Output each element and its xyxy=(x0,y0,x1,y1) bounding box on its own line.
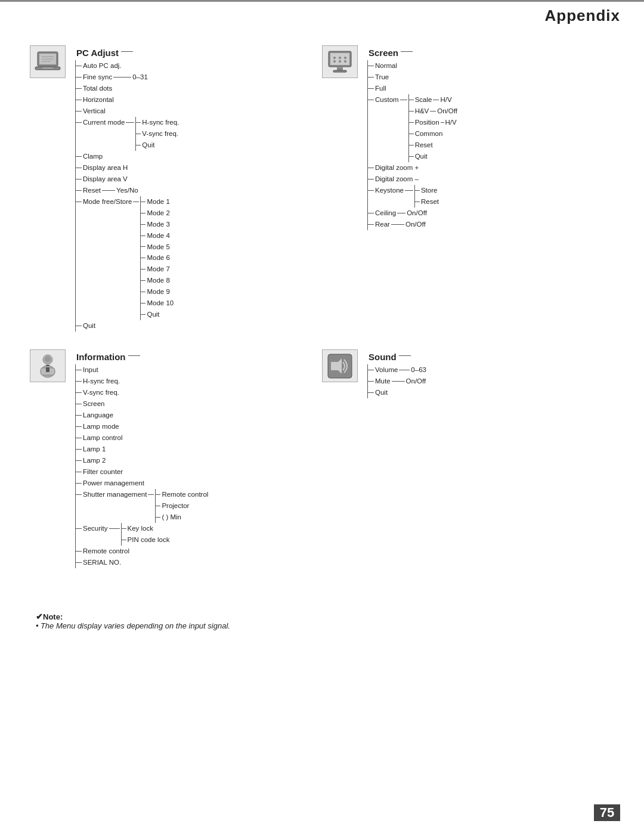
screen-tree: Normal True Full Custom Scale xyxy=(367,60,614,230)
info-item-input: Input xyxy=(76,364,322,376)
sound-tree: Volume 0–63 Mute On/Off Quit xyxy=(367,364,614,398)
information-label: Information xyxy=(76,352,126,362)
screen-item-true: True xyxy=(368,72,614,83)
pc-adjust-icon-box xyxy=(30,45,66,78)
screen-item-dzoom-minus: Digital zoom – xyxy=(368,174,614,185)
svg-point-13 xyxy=(339,57,341,59)
information-title-dash xyxy=(128,355,140,356)
panels-bottom: Information Input H-sync freq. V-sync fr… xyxy=(30,349,614,576)
page-header: Appendix xyxy=(0,0,644,27)
screen-item-rear: Rear On/Off xyxy=(368,219,614,230)
information-header: Information xyxy=(30,349,322,362)
info-item-lamp-control: Lamp control xyxy=(76,432,322,444)
info-item-security: Security Key lock PIN code lock xyxy=(76,523,322,546)
tree-item-horizontal: Horizontal xyxy=(76,94,322,106)
pc-adjust-tree-content: Auto PC adj. Fine sync 0–31 Total d xyxy=(75,60,322,332)
sound-item-volume: Volume 0–63 xyxy=(368,364,614,376)
sound-item-mute: Mute On/Off xyxy=(368,376,614,387)
sound-panel: Sound Volume 0–63 M xyxy=(322,349,614,576)
svg-rect-23 xyxy=(46,365,49,366)
speaker-icon xyxy=(326,352,354,380)
tree-item-mode-free-store: Mode free/Store Mode 1 Mode 2 Mode 3 Mod… xyxy=(76,196,322,321)
sound-item-quit: Quit xyxy=(368,387,614,398)
main-content: PC Adjust Auto PC adj. xyxy=(0,27,644,642)
tree-item-display-area-h: Display area H xyxy=(76,162,322,174)
panels-top: PC Adjust Auto PC adj. xyxy=(30,45,614,332)
svg-rect-11 xyxy=(333,70,346,72)
svg-point-12 xyxy=(333,57,336,59)
screen-icon-box xyxy=(322,45,358,78)
pc-adjust-panel: PC Adjust Auto PC adj. xyxy=(30,45,322,332)
svg-point-16 xyxy=(339,60,341,63)
sound-label: Sound xyxy=(369,352,397,362)
note-bullet: • xyxy=(36,621,39,630)
screen-item-full: Full xyxy=(368,83,614,94)
screen-item-normal: Normal xyxy=(368,60,614,72)
footer-note: ✔Note: • The Menu display varies dependi… xyxy=(30,612,614,630)
pc-adjust-tree: Auto PC adj. Fine sync 0–31 Total d xyxy=(75,60,322,332)
tree-item-auto-pc: Auto PC adj. xyxy=(76,60,322,72)
note-body: • The Menu display varies depending on t… xyxy=(36,621,608,630)
screen-item-dzoom-plus: Digital zoom + xyxy=(368,162,614,174)
info-item-lamp1: Lamp 1 xyxy=(76,444,322,455)
svg-rect-3 xyxy=(42,67,53,69)
svg-rect-27 xyxy=(331,362,335,370)
tree-item-total-dots: Total dots xyxy=(76,83,322,94)
info-item-power-mgmt: Power management xyxy=(76,478,322,489)
info-item-remote-control: Remote control xyxy=(76,546,322,557)
info-item-lamp-mode: Lamp mode xyxy=(76,421,322,432)
page-number: 75 xyxy=(594,804,620,821)
screen-panel: Screen Normal True Full Custom xyxy=(322,45,614,332)
screen-title-dash xyxy=(401,51,413,52)
svg-rect-24 xyxy=(46,367,49,372)
info-item-hsync: H-sync freq. xyxy=(76,376,322,387)
tree-item-current-mode: Current mode H-sync freq. V-sync freq. xyxy=(76,117,322,151)
information-tree: Input H-sync freq. V-sync freq. Screen L… xyxy=(75,364,322,568)
tree-item-quit-pc: Quit xyxy=(76,320,322,332)
tree-item-fine-sync: Fine sync 0–31 xyxy=(76,72,322,83)
info-item-serial-no: SERIAL NO. xyxy=(76,557,322,568)
info-item-vsync: V-sync freq. xyxy=(76,387,322,398)
pc-adjust-label: PC Adjust xyxy=(76,48,119,58)
page-title: Appendix xyxy=(545,7,620,25)
sound-icon-box xyxy=(322,349,358,382)
tree-item-display-area-v: Display area V xyxy=(76,174,322,185)
sound-title-dash xyxy=(399,355,411,356)
svg-point-14 xyxy=(344,57,346,59)
screen-header: Screen xyxy=(322,45,614,58)
note-title-line: ✔Note: xyxy=(36,612,608,621)
info-item-lamp2: Lamp 2 xyxy=(76,455,322,466)
svg-rect-10 xyxy=(337,67,343,70)
svg-point-15 xyxy=(333,60,336,63)
note-text: The Menu display varies depending on the… xyxy=(41,621,230,630)
info-item-filter-counter: Filter counter xyxy=(76,466,322,478)
note-check-symbol: ✔ xyxy=(36,612,43,621)
screen-item-ceiling: Ceiling On/Off xyxy=(368,208,614,219)
tree-item-clamp: Clamp xyxy=(76,151,322,162)
note-title-text: Note: xyxy=(43,612,63,621)
monitor-icon xyxy=(326,49,354,75)
info-item-screen: Screen xyxy=(76,398,322,410)
info-item-language: Language xyxy=(76,410,322,421)
laptop-icon xyxy=(34,49,61,75)
svg-point-17 xyxy=(344,60,346,63)
screen-item-keystone: Keystone Store Reset xyxy=(368,185,614,208)
tree-item-reset: Reset Yes/No xyxy=(76,185,322,196)
pc-adjust-title-dash xyxy=(121,51,133,52)
information-icon xyxy=(34,352,61,380)
info-item-shutter: Shutter management Remote control Projec… xyxy=(76,489,322,523)
sound-header: Sound xyxy=(322,349,614,362)
screen-item-custom: Custom Scale H/V xyxy=(368,94,614,162)
information-icon-box xyxy=(30,349,66,382)
tree-item-vertical: Vertical xyxy=(76,106,322,117)
pc-adjust-header: PC Adjust xyxy=(30,45,322,58)
svg-point-20 xyxy=(45,356,51,362)
screen-label: Screen xyxy=(369,48,398,58)
information-panel: Information Input H-sync freq. V-sync fr… xyxy=(30,349,322,576)
